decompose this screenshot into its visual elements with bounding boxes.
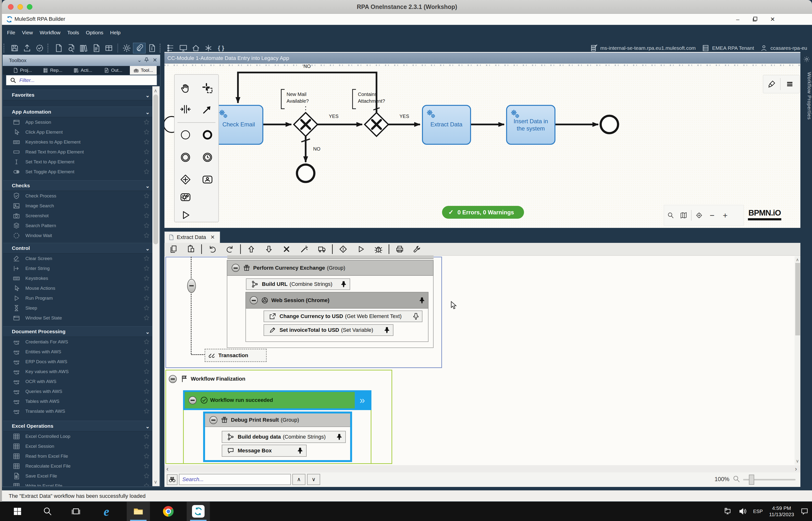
palette-target-tool[interactable] xyxy=(200,150,215,165)
section-control[interactable]: Control⌄ xyxy=(3,243,153,253)
minimap-icon[interactable] xyxy=(677,212,690,219)
palette-connect-tool[interactable] xyxy=(200,101,215,117)
palette-space-tool[interactable] xyxy=(178,101,193,117)
collapse-icon[interactable] xyxy=(189,396,197,404)
toolbox-item-credentials-for-aws[interactable]: awsCredentials For AWS xyxy=(3,337,153,347)
search-next-button[interactable]: ∨ xyxy=(307,474,320,485)
tree-scroll-up[interactable]: ∧ xyxy=(796,257,799,263)
collapse-icon[interactable] xyxy=(210,416,217,424)
collapse-icon[interactable] xyxy=(232,264,240,272)
task-extract-data[interactable]: Extract Data xyxy=(422,105,470,144)
collapse-oval[interactable] xyxy=(187,279,196,293)
toolbox-dropdown-icon[interactable]: ⌄ xyxy=(137,57,142,63)
palette-circlethick-tool[interactable] xyxy=(200,127,215,142)
collapse-icon[interactable] xyxy=(169,375,177,383)
pin-icon[interactable] xyxy=(383,326,391,334)
toolbox-scrollbar[interactable]: ∧ ∨ xyxy=(152,86,160,486)
group-currency-header[interactable]: Perform Currency Exchange (Group) xyxy=(227,260,434,276)
toolbox-item-set-text-to-app-element[interactable]: Set Text to App Element xyxy=(3,157,153,167)
toolbox-tab-tool[interactable]: Tool... xyxy=(130,66,157,75)
editor-printer-button[interactable] xyxy=(391,245,409,253)
scroll-thumb[interactable] xyxy=(153,94,158,244)
toolbar-books-button[interactable] xyxy=(78,43,90,53)
pin-icon[interactable] xyxy=(297,447,304,454)
toolbox-item-search-pattern[interactable]: Search Pattern xyxy=(3,221,153,230)
window-maximize-button[interactable] xyxy=(751,15,759,23)
workflow-properties-strip[interactable]: Workflow Properties xyxy=(801,53,812,228)
editor-undo-button[interactable] xyxy=(203,245,221,253)
section-document-processing[interactable]: Document Processing⌄ xyxy=(3,326,153,337)
mulesoft-taskbar-icon[interactable] xyxy=(187,502,210,521)
search-prev-button[interactable]: ∧ xyxy=(292,474,305,485)
toolbox-item-read-text-from-app-element[interactable]: Read Text from App Element xyxy=(3,147,153,157)
step-message-box[interactable]: Message Box xyxy=(222,445,307,457)
gateway-contains-attachment[interactable] xyxy=(365,113,388,136)
toolbox-item-set-toggle-app-element[interactable]: Set Toggle App Element xyxy=(3,167,153,177)
step-set-invoice[interactable]: Set invoiceTotal to USD (Set Variable) xyxy=(264,324,393,336)
toolbox-tab-acti[interactable]: Acti... xyxy=(69,66,96,75)
volume-icon[interactable] xyxy=(739,507,747,516)
editor-paste-button[interactable] xyxy=(182,245,200,253)
toolbox-item-window-set-state[interactable]: Window Set State xyxy=(3,313,153,323)
toolbar-file-button[interactable] xyxy=(52,43,65,53)
zoom-reset-icon[interactable] xyxy=(693,212,706,219)
toolbox-item-run-program[interactable]: Run Program xyxy=(3,293,153,303)
zoom-out-button[interactable]: − xyxy=(706,211,719,220)
hscroll-right[interactable]: › xyxy=(795,465,797,473)
toolbar-filesearch-button[interactable] xyxy=(65,43,78,53)
keyboard-language[interactable]: ESP xyxy=(753,509,763,514)
menu-file[interactable]: File xyxy=(4,25,19,40)
palette-lasso-tool[interactable] xyxy=(200,81,215,96)
toolbox-item-mouse-actions[interactable]: Mouse Actions xyxy=(3,283,153,293)
toolbox-item-erp-docs-with-aws[interactable]: awsERP Docs with AWS xyxy=(3,357,153,367)
section-app-automation[interactable]: App Automation⌄ xyxy=(3,107,153,117)
toolbar-floppy-button[interactable] xyxy=(8,43,21,53)
section-favorites[interactable]: Favorites⌄ xyxy=(3,90,153,100)
toolbox-item-window-wait[interactable]: Window Wait xyxy=(3,230,153,241)
toolbox-item-image-search[interactable]: Image Search xyxy=(3,201,153,211)
toolbox-item-write-to-excel-file[interactable]: Write to Excel File xyxy=(3,481,153,486)
toolbox-item-click-app-element[interactable]: Click App Element xyxy=(3,127,153,137)
scroll-down-icon[interactable]: ∨ xyxy=(154,479,157,485)
zoom-in-button[interactable]: + xyxy=(719,211,732,220)
toolbar-gear-button[interactable] xyxy=(120,43,133,53)
toolbar-paperclip-button[interactable] xyxy=(133,43,146,53)
tree-scrollbar[interactable]: ∧ ∨ xyxy=(795,256,800,465)
group-finalization-header[interactable]: Workflow Finalization xyxy=(169,372,245,385)
pin-icon[interactable] xyxy=(336,433,343,440)
palette-circlethin-tool[interactable] xyxy=(178,127,193,142)
editor-bug-button[interactable] xyxy=(370,245,387,253)
brush-icon[interactable] xyxy=(763,80,780,88)
task-insert-data[interactable]: Insert Data in the system xyxy=(507,105,555,144)
toolbox-item-enter-string[interactable]: Enter String xyxy=(3,264,153,273)
toolbar-fileinfo-button[interactable] xyxy=(146,43,158,53)
editor-arrowup-button[interactable] xyxy=(242,245,260,253)
step-workflow-succeeded[interactable]: Workflow run succeeded » xyxy=(183,390,371,410)
toolbox-item-keystrokes-to-app-element[interactable]: Keystrokes to App Element xyxy=(3,137,153,147)
menu-workflow[interactable]: Workflow xyxy=(36,25,64,40)
toolbox-item-app-session[interactable]: App Session xyxy=(3,117,153,127)
pin-outline-icon[interactable] xyxy=(412,313,420,320)
palette-userbox-tool[interactable] xyxy=(200,172,215,187)
toolbox-item-read-from-excel-file[interactable]: Read from Excel File xyxy=(3,451,153,461)
panel-search-input[interactable]: Search... xyxy=(179,474,291,485)
tree-scroll-down[interactable]: ∨ xyxy=(796,458,799,464)
toolbox-item-check-process[interactable]: Check Process xyxy=(3,191,153,201)
end-event-main[interactable] xyxy=(601,116,618,133)
scroll-up-icon[interactable]: ∧ xyxy=(154,88,157,93)
tree-scroll-thumb[interactable] xyxy=(795,263,800,335)
taskbar-clock[interactable]: 4:59 PM 11/13/2023 xyxy=(769,505,794,518)
zoom-slider-thumb[interactable] xyxy=(749,475,754,485)
editor-diamondbang-button[interactable] xyxy=(334,245,352,253)
binoculars-icon[interactable] xyxy=(167,474,177,485)
toolbox-pin-icon[interactable] xyxy=(144,57,150,63)
window-close-button[interactable]: ✕ xyxy=(768,15,777,23)
palette-ring-tool[interactable] xyxy=(178,150,193,165)
hscroll-left[interactable]: ‹ xyxy=(167,465,169,473)
chrome-icon[interactable] xyxy=(157,502,180,521)
end-event-no[interactable] xyxy=(297,164,314,182)
network-icon[interactable] xyxy=(724,507,732,516)
gateway-new-mail[interactable] xyxy=(294,113,317,136)
toolbox-item-queries-with-aws[interactable]: awsQueries with AWS xyxy=(3,386,153,396)
toolbox-item-save-excel-file[interactable]: Save Excel File xyxy=(3,471,153,481)
